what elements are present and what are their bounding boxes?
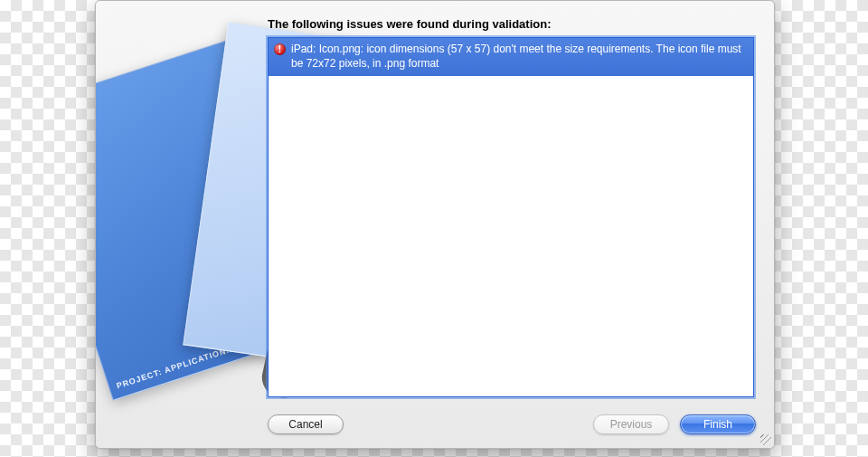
issue-row[interactable]: iPad: Icon.png: icon dimensions (57 x 57… [269, 38, 753, 76]
validation-sheet-window: PROJECT: APPLICATION.APP The following i… [95, 0, 775, 449]
error-icon [274, 43, 286, 55]
validation-issues-list[interactable]: iPad: Icon.png: icon dimensions (57 x 57… [268, 37, 754, 397]
finish-button[interactable]: Finish [680, 414, 756, 434]
transparency-background: PROJECT: APPLICATION.APP The following i… [0, 0, 868, 457]
button-bar: Cancel Previous Finish [96, 412, 774, 437]
issue-text: iPad: Icon.png: icon dimensions (57 x 57… [291, 42, 748, 71]
previous-button: Previous [593, 414, 669, 434]
validation-heading: The following issues were found during v… [268, 17, 551, 31]
cancel-button[interactable]: Cancel [268, 414, 344, 434]
